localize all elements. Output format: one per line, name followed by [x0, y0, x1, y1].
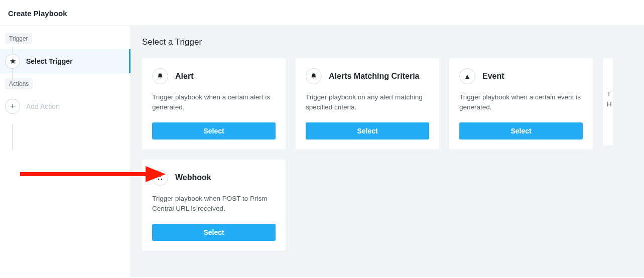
select-button[interactable]: Select [152, 224, 276, 241]
card-description: Trigger playbook when POST to Prism Cent… [152, 194, 276, 214]
step-label: Select Trigger [26, 57, 73, 65]
bell-icon [306, 68, 322, 84]
card-description: Trigger playbook when a certain event is… [459, 92, 583, 112]
bell-icon [152, 68, 168, 84]
step-add-action[interactable]: + Add Action [0, 94, 131, 118]
peek-text: T [607, 89, 613, 99]
sidebar-section-actions-label: Actions [5, 78, 33, 89]
page-header: Create Playbook [0, 0, 644, 26]
trigger-card-alert: Alert Trigger playbook when a certain al… [142, 58, 286, 150]
sidebar: Trigger ★ Select Trigger Actions + Add A… [0, 26, 131, 277]
triangle-icon: ▲ [459, 68, 475, 84]
page-title: Create Playbook [8, 9, 67, 18]
svg-point-0 [158, 179, 160, 180]
card-title: Webhook [175, 173, 211, 182]
trigger-cards: Alert Trigger playbook when a certain al… [142, 58, 644, 251]
select-button[interactable]: Select [459, 122, 583, 140]
svg-point-1 [161, 179, 163, 180]
step-select-trigger[interactable]: ★ Select Trigger [0, 49, 131, 73]
step-label: Add Action [26, 102, 60, 110]
card-title: Alerts Matching Criteria [329, 72, 419, 81]
layout: Trigger ★ Select Trigger Actions + Add A… [0, 26, 644, 277]
trigger-card-partial: T H [603, 58, 613, 146]
select-button[interactable]: Select [152, 122, 276, 140]
svg-point-2 [160, 176, 161, 177]
trigger-card-event: ▲ Event Trigger playbook when a certain … [449, 58, 593, 150]
trigger-card-webhook: Webhook Trigger playbook when POST to Pr… [142, 160, 286, 251]
card-title: Alert [175, 72, 193, 81]
card-description: Trigger playbook when a certain alert is… [152, 92, 276, 112]
card-description: Trigger playbook on any alert matching s… [306, 92, 429, 112]
peek-text: H [607, 99, 613, 109]
sidebar-section-trigger-label: Trigger [5, 33, 32, 44]
card-title: Event [482, 72, 504, 81]
main-title: Select a Trigger [142, 37, 644, 47]
connector-line [12, 124, 13, 150]
trigger-card-alerts-matching: Alerts Matching Criteria Trigger playboo… [296, 58, 439, 150]
star-icon: ★ [5, 54, 20, 69]
select-button[interactable]: Select [306, 122, 429, 140]
main-panel: Select a Trigger Alert Trigger playbook … [131, 26, 644, 277]
plus-icon: + [5, 99, 20, 114]
webhook-icon [152, 170, 168, 186]
